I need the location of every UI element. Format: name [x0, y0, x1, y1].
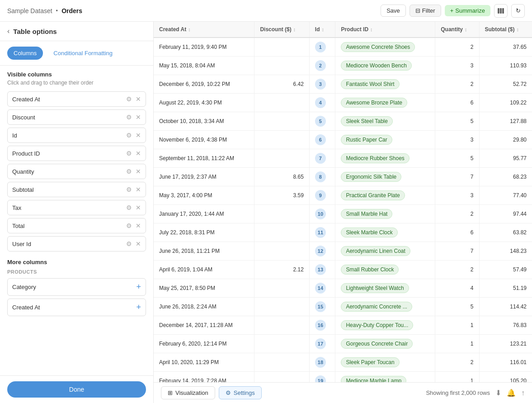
columns-icon-button[interactable]	[494, 4, 508, 18]
header-left: Sample Dataset • Orders	[7, 7, 381, 14]
settings-col-icon[interactable]: ⚙	[126, 168, 132, 175]
settings-col-icon[interactable]: ⚙	[126, 95, 132, 103]
col-label: Id	[315, 26, 320, 33]
table-row: January 17, 2020, 1:44 AM 10 Small Marbl…	[154, 205, 532, 223]
remove-col-icon[interactable]: ✕	[136, 240, 141, 247]
settings-col-icon[interactable]: ⚙	[126, 240, 132, 247]
created-at-cell: May 15, 2018, 8:04 AM	[154, 57, 254, 75]
table-row: August 22, 2019, 4:30 PM 4 Awesome Bronz…	[154, 94, 532, 112]
remove-col-icon[interactable]: ✕	[136, 114, 141, 121]
column-item[interactable]: Product ID ⚙ ✕	[7, 146, 146, 161]
remove-col-icon[interactable]: ✕	[136, 168, 141, 175]
remove-col-icon[interactable]: ✕	[136, 95, 141, 103]
product-cell: Small Rubber Clock	[335, 261, 435, 279]
settings-col-icon[interactable]: ⚙	[126, 204, 132, 211]
column-item-actions: ⚙ ✕	[126, 95, 141, 103]
quantity-cell: 3	[435, 131, 479, 149]
subtotal-cell: 123.21	[479, 335, 532, 353]
settings-col-icon[interactable]: ⚙	[126, 132, 132, 139]
add-column-item[interactable]: Created At +	[7, 299, 146, 316]
table-column-header[interactable]: Discount ($)↕	[254, 22, 309, 38]
subtotal-cell: 68.23	[479, 168, 532, 186]
back-button[interactable]: ‹	[7, 27, 9, 35]
id-cell: 14	[309, 279, 335, 298]
add-column-name: Category	[12, 284, 36, 290]
column-item[interactable]: Created At ⚙ ✕	[7, 91, 146, 107]
id-cell: 8	[309, 168, 335, 186]
subtotal-cell: 76.83	[479, 316, 532, 335]
discount-cell	[254, 335, 309, 353]
column-item-name: Quantity	[12, 168, 34, 175]
done-button[interactable]: Done	[7, 381, 146, 398]
table-column-header[interactable]: Quantity↕	[435, 22, 479, 38]
refresh-button[interactable]: ↻	[511, 4, 525, 18]
id-cell: 3	[309, 75, 335, 94]
column-item-name: Created At	[12, 96, 40, 103]
header-actions: Save ⊟ Filter + Summarize ↻	[381, 4, 525, 18]
settings-col-icon[interactable]: ⚙	[126, 186, 132, 193]
discount-cell: 6.42	[254, 75, 309, 94]
quantity-cell: 7	[435, 242, 479, 261]
table-column-header[interactable]: Subtotal ($)↕	[479, 22, 532, 38]
column-item[interactable]: Subtotal ⚙ ✕	[7, 182, 146, 197]
column-item-actions: ⚙ ✕	[126, 132, 141, 139]
remove-col-icon[interactable]: ✕	[136, 150, 141, 157]
tab-conditional-formatting[interactable]: Conditional Formatting	[47, 47, 119, 60]
id-badge: 18	[315, 357, 326, 368]
share-icon[interactable]: ↑	[521, 389, 525, 397]
column-item[interactable]: Id ⚙ ✕	[7, 128, 146, 143]
footer-right: Showing first 2,000 rows ⬇ 🔔 ↑	[426, 389, 525, 397]
remove-col-icon[interactable]: ✕	[136, 186, 141, 193]
remove-col-icon[interactable]: ✕	[136, 222, 141, 229]
visualization-button[interactable]: ⊞ Visualization	[161, 386, 215, 399]
filter-button[interactable]: ⊟ Filter	[410, 5, 441, 17]
download-icon[interactable]: ⬇	[495, 389, 501, 397]
summarize-button[interactable]: + Summarize	[445, 5, 490, 16]
table-column-header[interactable]: Id↕	[309, 22, 335, 38]
alert-icon[interactable]: 🔔	[507, 389, 516, 397]
add-col-icon[interactable]: +	[136, 303, 141, 312]
add-column-item[interactable]: Category +	[7, 278, 146, 296]
table-row: July 22, 2018, 8:31 PM 11 Sleek Marble C…	[154, 223, 532, 242]
settings-col-icon[interactable]: ⚙	[126, 150, 132, 157]
table-container[interactable]: Created At↕Discount ($)↕Id↕Product ID↕Qu…	[154, 22, 532, 382]
product-cell: Sleek Paper Toucan	[335, 353, 435, 372]
sidebar-title: Table options	[13, 28, 56, 35]
product-tag: Lightweight Steel Watch	[341, 283, 409, 293]
id-badge: 17	[315, 338, 326, 349]
id-badge: 19	[315, 375, 326, 382]
column-item[interactable]: Tax ⚙ ✕	[7, 200, 146, 215]
id-badge: 10	[315, 209, 326, 219]
table-row: November 6, 2019, 4:38 PM 6 Rustic Paper…	[154, 131, 532, 149]
column-item[interactable]: Discount ⚙ ✕	[7, 109, 146, 125]
discount-cell	[254, 112, 309, 131]
id-badge: 4	[315, 97, 326, 108]
refresh-icon: ↻	[516, 7, 521, 14]
product-cell: Lightweight Steel Watch	[335, 279, 435, 298]
remove-col-icon[interactable]: ✕	[136, 204, 141, 211]
discount-cell: 8.65	[254, 168, 309, 186]
settings-col-icon[interactable]: ⚙	[126, 222, 132, 229]
table-column-header[interactable]: Product ID↕	[335, 22, 435, 38]
discount-cell: 2.12	[254, 261, 309, 279]
table-column-header[interactable]: Created At↕	[154, 22, 254, 38]
product-cell: Awesome Concrete Shoes	[335, 38, 435, 57]
column-item[interactable]: User Id ⚙ ✕	[7, 236, 146, 251]
tab-columns[interactable]: Columns	[7, 47, 43, 60]
settings-button[interactable]: ⚙ Settings	[219, 386, 262, 399]
id-cell: 10	[309, 205, 335, 223]
save-button[interactable]: Save	[381, 5, 406, 17]
quantity-cell: 3	[435, 57, 479, 75]
discount-cell	[254, 205, 309, 223]
column-item[interactable]: Total ⚙ ✕	[7, 218, 146, 233]
table-row: September 11, 2018, 11:22 AM 7 Mediocre …	[154, 149, 532, 168]
column-item[interactable]: Quantity ⚙ ✕	[7, 164, 146, 179]
product-cell: Small Marble Hat	[335, 205, 435, 223]
created-at-cell: December 6, 2019, 10:22 PM	[154, 75, 254, 94]
settings-col-icon[interactable]: ⚙	[126, 114, 132, 121]
product-cell: Practical Granite Plate	[335, 186, 435, 205]
add-col-icon[interactable]: +	[136, 282, 141, 292]
column-item-actions: ⚙ ✕	[126, 222, 141, 229]
remove-col-icon[interactable]: ✕	[136, 132, 141, 139]
created-at-cell: May 25, 2017, 8:50 PM	[154, 279, 254, 298]
